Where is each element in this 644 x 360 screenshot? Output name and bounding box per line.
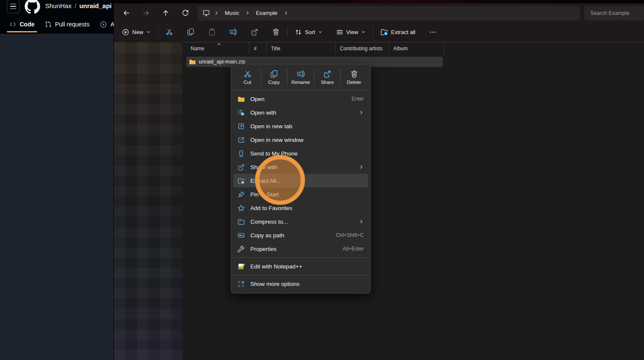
menu-item-label: Open [250,96,346,102]
forward-arrow-icon [142,9,150,17]
quick-rename-button[interactable]: A Rename [289,68,313,86]
search-input[interactable] [584,6,644,20]
svg-text:A: A [231,30,233,34]
chevron-right-icon [284,11,288,15]
trash-icon [350,70,358,78]
menu-item-open-in-new-tab[interactable]: Open in new tab [233,119,368,133]
open-new-tab-icon [238,123,245,130]
wrench-icon [238,245,245,253]
copy-icon [187,28,194,36]
menu-item-label: Add to Favorites [250,205,364,211]
extract-all-icon [380,28,388,36]
column-header-album[interactable]: Album [389,42,444,55]
breadcrumb-example[interactable]: Example [254,9,279,17]
menu-item-add-to-favorites[interactable]: Add to Favorites [233,201,368,215]
view-button-label: View [346,29,358,35]
new-button[interactable]: New [118,25,154,39]
quick-action-label: Delete [347,80,361,85]
up-arrow-icon [162,9,169,17]
copy-as-path-icon [238,232,245,239]
menu-item-show-more-options[interactable]: Show more options [233,277,368,291]
refresh-button[interactable] [178,6,192,20]
toolbar-separator [158,27,158,37]
column-label: Contributing artists [340,46,383,52]
view-button[interactable]: View [332,25,369,39]
extract-all-button[interactable]: Extract all [377,25,419,39]
quick-separator [287,69,287,85]
column-label: Title [271,46,280,52]
column-label: Album [393,46,408,52]
rename-icon: A [229,28,237,36]
code-icon [9,21,16,28]
up-button[interactable] [158,6,173,20]
paste-button[interactable] [204,25,220,39]
column-header-title[interactable]: Title [267,42,336,55]
menu-item-label: Copy as path [250,232,331,239]
menu-item-shortcut: Alt+Enter [342,246,364,252]
menu-item-open-in-new-window[interactable]: Open in new window [233,133,368,147]
column-label: # [254,46,257,52]
menu-item-open-with[interactable]: Open with [233,106,368,119]
menu-item-label: Open in new window [250,137,364,143]
window-top-strip [114,0,644,3]
pull-request-icon [45,21,52,28]
repo-tab-bar: Code Pull requests A [0,15,113,33]
menu-item-extract-all[interactable]: Extract All... [233,174,368,187]
copy-button[interactable] [183,25,198,39]
repo-name-link[interactable]: unraid_api [79,2,112,9]
menu-item-share-with[interactable]: Share with [233,160,368,174]
share-icon [251,28,258,36]
column-header-number[interactable]: # [249,42,267,55]
pin-icon [238,191,245,198]
sort-button[interactable]: Sort [291,25,326,39]
tab-code-label: Code [20,21,35,28]
forward-button[interactable] [139,6,153,20]
menu-item-copy-as-path[interactable]: Copy as path Ctrl+Shift+C [233,228,368,242]
quick-share-button[interactable]: Share [316,68,339,86]
more-options-button[interactable] [425,25,440,39]
context-menu: Cut Copy A Rename [231,64,371,294]
back-button[interactable] [119,6,133,20]
submenu-chevron-icon [359,110,364,115]
this-pc-icon [203,9,210,17]
repo-owner-link[interactable]: ShunHax [45,2,72,9]
hamburger-menu-button[interactable] [7,0,20,13]
menu-item-send-to-my-phone[interactable]: Send to My Phone [233,147,368,160]
new-button-label: New [132,29,143,35]
column-header-contributing-artists[interactable]: Contributing artists [336,42,389,55]
share-with-icon [238,164,245,171]
cut-button[interactable] [162,25,177,39]
chevron-down-icon [361,30,366,34]
quick-delete-button[interactable]: Delete [342,68,366,86]
menu-separator [231,90,370,90]
address-bar[interactable]: Music Example [197,6,580,20]
column-header-name[interactable]: Name [186,42,249,55]
menu-separator [231,275,370,275]
screen: ShunHax / unraid_api Code Pull requests [0,0,644,360]
tab-code[interactable]: Code [6,15,38,33]
menu-item-pin-to-start[interactable]: Pin to Start [233,187,368,201]
quick-copy-button[interactable]: Copy [262,68,286,86]
menu-item-properties[interactable]: Properties Alt+Enter [233,242,368,256]
breadcrumb-music[interactable]: Music [223,9,241,17]
toolbar-separator [373,27,373,37]
menu-item-open[interactable]: Open Enter [233,92,368,106]
paste-icon [208,28,216,36]
notepad-plus-plus-icon [238,263,245,270]
column-label: Name [191,46,204,52]
zip-folder-icon [189,58,196,65]
menu-item-compress-to[interactable]: Compress to... [233,215,368,228]
star-icon [238,204,245,212]
menu-item-edit-with-notepad-plus-plus[interactable]: Edit with Notepad++ [233,259,368,273]
file-explorer-window: Music Example New [114,0,644,360]
tab-pull-requests[interactable]: Pull requests [41,15,93,33]
rename-button[interactable]: A [226,25,241,39]
delete-button[interactable] [268,25,284,39]
plus-circle-icon [122,29,129,36]
quick-cut-button[interactable]: Cut [235,68,259,86]
rename-icon: A [297,70,305,78]
chevron-down-icon [318,30,322,34]
github-logo-icon[interactable] [25,0,40,14]
quick-action-label: Cut [244,80,251,85]
share-button[interactable] [247,25,262,39]
